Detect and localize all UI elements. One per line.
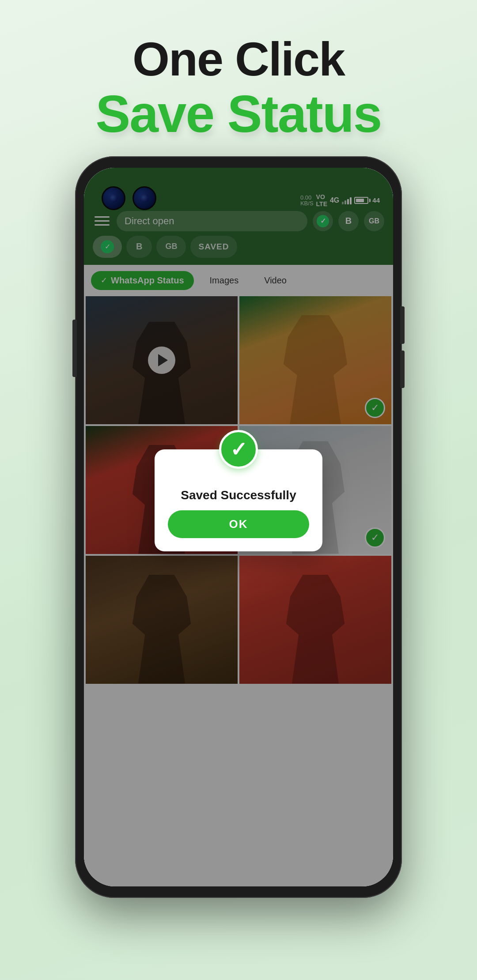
page-header: One Click Save Status [0, 0, 477, 156]
page-wrapper: One Click Save Status [0, 0, 477, 980]
title-line2: Save Status [26, 86, 450, 143]
dialog-check-icon: ✓ [230, 439, 247, 460]
phone-container: 0.00 KB/S VOLTE 4G [75, 156, 402, 898]
title-line1: One Click [26, 33, 450, 86]
app-content: 0.00 KB/S VOLTE 4G [84, 168, 393, 886]
dialog-title: Saved Successfully [181, 488, 296, 502]
power-button[interactable] [72, 320, 77, 377]
dialog-ok-button[interactable]: OK [168, 510, 309, 538]
dialog-overlay: ✓ Saved Successfully OK [84, 168, 393, 886]
volume-up-button[interactable] [400, 306, 405, 344]
dialog-box: ✓ Saved Successfully OK [155, 449, 322, 551]
phone-screen: 0.00 KB/S VOLTE 4G [84, 168, 393, 886]
volume-down-button[interactable] [400, 351, 405, 388]
dialog-success-circle: ✓ [219, 430, 258, 469]
